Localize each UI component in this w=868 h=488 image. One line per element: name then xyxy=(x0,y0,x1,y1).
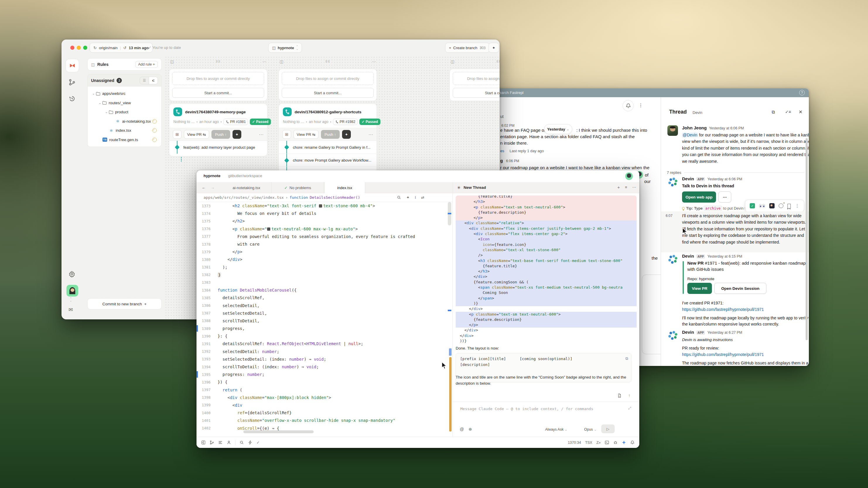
markdown-file-icon[interactable]: MD xyxy=(617,393,622,399)
settings-gear-icon[interactable] xyxy=(68,271,76,279)
tree-item[interactable]: ⌄product xyxy=(89,107,160,117)
composer[interactable]: Message Claude Code — @ to include conte… xyxy=(453,402,639,437)
branch-menu-icon[interactable]: ⋯ xyxy=(368,132,373,137)
drop-zone[interactable]: Drop files to assign or commit directly xyxy=(453,72,500,85)
lane-drag-handle[interactable]: ⠿⠿ xyxy=(496,60,500,63)
author-name[interactable]: Devin xyxy=(682,330,694,335)
code-line[interactable]: 1388 scrollToDetail, xyxy=(196,317,453,325)
check-reaction-icon[interactable]: ✓ xyxy=(750,203,755,208)
lane-collapse-icon[interactable]: ◫ xyxy=(170,59,174,64)
scroll-up-icon[interactable]: ↑ xyxy=(628,393,631,398)
close-icon[interactable]: ✕ xyxy=(799,109,802,115)
channel-menu-icon[interactable]: ⋮ xyxy=(639,102,643,108)
code-line[interactable]: 1396}) { xyxy=(196,378,453,386)
horizontal-scrollbar[interactable] xyxy=(243,430,314,433)
author-name[interactable]: Devin xyxy=(682,254,694,259)
tab-no-problems[interactable]: ✓No problems xyxy=(272,182,324,193)
cursor-mode-icon[interactable]: I xyxy=(415,195,416,200)
nav-forward-icon[interactable]: → xyxy=(211,185,215,190)
date-divider-pill[interactable]: Yesterday⌄ xyxy=(544,124,572,134)
drop-zone[interactable]: Drop files to assign or commit directly xyxy=(172,72,264,85)
commit-row[interactable]: feat(web): add memory layer product page xyxy=(169,141,267,154)
pr-badge[interactable]: PR #1981 xyxy=(223,119,248,125)
tree-item[interactable]: ⌄routes/_view xyxy=(89,98,160,108)
code-line[interactable]: 1394 scrollToDetail: (index: number) ⇒ v… xyxy=(196,363,453,370)
code-line[interactable]: 1400 ref={detailsScrollRef} xyxy=(196,409,453,417)
code-line[interactable]: 1378 with care xyxy=(196,240,453,248)
code-editor[interactable]: 1373 <h2 className="text-3xl font-serif … xyxy=(196,202,453,430)
author-name[interactable]: John Jeong xyxy=(682,125,707,130)
layout-icon[interactable] xyxy=(201,440,206,445)
actions-icon[interactable] xyxy=(248,440,252,445)
code-line[interactable]: 1391 detailsScrollRef: React.RefObject<H… xyxy=(196,340,453,348)
tab-index-tsx[interactable]: index.tsx xyxy=(324,182,365,193)
eyes-reaction-icon[interactable] xyxy=(759,204,765,208)
sparkle-icon[interactable]: ✦ xyxy=(406,195,410,200)
debug-icon[interactable] xyxy=(613,440,618,445)
tree-item[interactable]: ⚛ai-notetaking.tsx xyxy=(89,117,160,126)
list-view-icon[interactable]: ☰ xyxy=(140,77,149,84)
model-select[interactable]: Opus⌄ xyxy=(584,427,596,431)
sync-status-pill[interactable]: ↻origin/main |↺13 min ago xyxy=(90,43,153,53)
more-icon[interactable]: ⋮ xyxy=(795,203,800,208)
technologist-reaction-icon[interactable] xyxy=(769,203,775,208)
lane-collapse-icon[interactable]: ◫ xyxy=(280,59,283,64)
code-line[interactable]: 1399 <div xyxy=(196,401,453,409)
code-line[interactable]: 1387 setSelectedDetail, xyxy=(196,310,453,317)
tree-item[interactable]: ⌄apps/web/src xyxy=(89,89,160,98)
compare-icon[interactable]: ⇄ xyxy=(421,195,424,200)
maximize-traffic-light[interactable] xyxy=(83,46,87,50)
close-traffic-light[interactable] xyxy=(70,46,74,50)
start-commit-button[interactable]: Start a commit... xyxy=(172,88,264,98)
slack-search-bar[interactable]: Search Fastrepl ? xyxy=(469,89,809,97)
add-rule-button[interactable]: Add rule + xyxy=(135,61,158,68)
branch-name[interactable]: devin/1764380912-gallery-shortcuts xyxy=(294,110,361,114)
push-button[interactable]: Push ↑ xyxy=(211,130,230,139)
pr-link[interactable]: https://github.com/fastrepl/hyprnote/pul… xyxy=(682,351,764,358)
commit-row[interactable]: chore: rename Gallery to Prompt Gallery … xyxy=(279,141,377,154)
account-avatar[interactable] xyxy=(625,172,633,180)
add-reaction-icon[interactable] xyxy=(779,203,783,208)
push-button[interactable]: Push ↑ xyxy=(321,130,340,139)
code-line[interactable]: 1373 <h2 className="text-3xl font-serif … xyxy=(196,202,453,209)
help-icon[interactable]: ? xyxy=(799,90,805,95)
code-line[interactable]: 1376 <p className="text-neutral-600 max-… xyxy=(196,225,453,233)
open-in-window-icon[interactable]: ⧉ xyxy=(772,109,775,115)
project-switcher[interactable]: ◫hyprnote⌃⌄ xyxy=(268,43,302,53)
code-line[interactable]: 1389 progress, xyxy=(196,325,453,332)
composer-input[interactable]: Message Claude Code — @ to include conte… xyxy=(460,406,593,411)
more-actions-button[interactable]: ⋯ xyxy=(718,191,731,203)
create-branch-button[interactable]: +Create branch⌘B xyxy=(445,43,490,53)
lane-drag-handle[interactable]: ⠿⠿ xyxy=(216,60,221,63)
code-line[interactable]: 1390}: { xyxy=(196,332,453,340)
copilot-icon[interactable] xyxy=(622,440,626,445)
permission-mode-select[interactable]: Always Ask⌄ xyxy=(545,427,567,431)
collab-icon[interactable] xyxy=(227,440,231,445)
open-devin-session-button[interactable]: Open Devin Session xyxy=(714,283,766,294)
code-line[interactable]: 1401 className="overflow-x-auto scrollba… xyxy=(196,417,453,424)
code-line[interactable]: 1381 ); xyxy=(196,263,453,271)
thread-settings-icon[interactable]: ✓≡ xyxy=(785,109,791,114)
message-time[interactable]: Yesterday at 6:06 PM xyxy=(709,126,744,130)
assign-button[interactable]: ⊞ xyxy=(282,130,291,139)
breadcrumb[interactable]: apps/web/src/routes/_view/index.tsx› fun… xyxy=(196,193,453,202)
code-line[interactable]: 1375 </h2> xyxy=(196,217,453,225)
fold-indicator[interactable]: Z» xyxy=(596,441,601,445)
author-name[interactable]: Devin xyxy=(682,176,694,181)
start-commit-button[interactable]: Start a commit... xyxy=(282,88,374,98)
code-line[interactable]: 1398 <div className="max-[800px]:block h… xyxy=(196,394,453,401)
cursor-position[interactable]: 1370:34 xyxy=(568,441,581,445)
account-expander-icon[interactable]: ⌃⌄ xyxy=(70,298,72,302)
tree-view-icon[interactable]: ⑆ xyxy=(149,77,158,84)
branch-name[interactable]: devin/1764380749-memory-page xyxy=(185,110,246,114)
code-line[interactable]: 1402 onScroll={(e) ⇒ { xyxy=(196,424,453,430)
expand-icon[interactable]: ⤢ xyxy=(628,406,631,410)
branch-menu-icon[interactable]: ⋯ xyxy=(259,132,264,137)
tree-item[interactable]: ⚛index.tsx xyxy=(89,126,160,135)
pr-link[interactable]: https://github.com/fastrepl/hyprnote/pul… xyxy=(682,306,764,313)
code-line[interactable]: 1379 </p> xyxy=(196,248,453,256)
view-pr-button[interactable]: View PR ⇆ xyxy=(293,130,319,139)
check-status-icon[interactable]: ✓ xyxy=(256,440,259,445)
devin-avatar[interactable] xyxy=(668,254,678,265)
minimize-traffic-light[interactable] xyxy=(77,46,81,50)
